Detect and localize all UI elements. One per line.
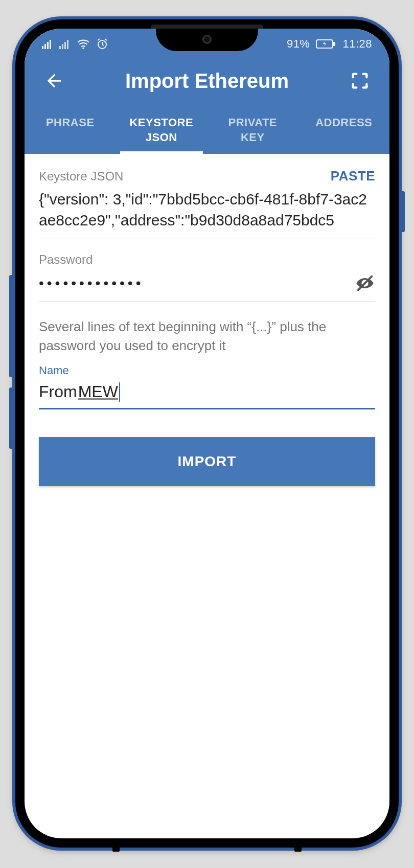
tab-bar: PHRASE KEYSTOREJSON PRIVATEKEY ADDRESS: [25, 108, 389, 154]
name-input[interactable]: From MEW: [39, 377, 375, 409]
svg-rect-2: [47, 42, 49, 49]
wifi-icon: [77, 39, 90, 49]
svg-rect-7: [67, 40, 68, 49]
password-input[interactable]: •••••••••••••: [39, 275, 349, 291]
signal2-icon: [59, 39, 71, 49]
tab-private-key[interactable]: PRIVATEKEY: [207, 108, 298, 154]
import-button[interactable]: IMPORT: [39, 437, 375, 486]
svg-rect-4: [59, 46, 61, 49]
battery-percent: 91%: [287, 37, 310, 51]
toggle-password-visibility-icon[interactable]: [355, 273, 375, 293]
tab-phrase[interactable]: PHRASE: [25, 108, 116, 154]
svg-rect-3: [50, 40, 51, 49]
signal-icon: [42, 39, 53, 49]
text-cursor: [119, 382, 120, 402]
svg-rect-1: [44, 44, 46, 49]
svg-rect-0: [42, 46, 43, 49]
page-title: Import Ethereum: [125, 70, 289, 93]
svg-point-8: [82, 47, 84, 49]
back-button[interactable]: [42, 68, 66, 93]
battery-icon: [316, 39, 336, 49]
content-area: Keystore JSON PASTE {"version": 3,"id":"…: [25, 154, 389, 486]
keystore-hint: Several lines of text beginning with “{.…: [39, 317, 375, 355]
keystore-label: Keystore JSON: [39, 169, 123, 184]
name-label: Name: [39, 364, 375, 377]
alarm-icon: [96, 38, 108, 50]
svg-rect-6: [64, 42, 66, 49]
tab-address[interactable]: ADDRESS: [298, 108, 390, 154]
status-time: 11:28: [342, 37, 372, 51]
paste-button[interactable]: PASTE: [331, 168, 375, 184]
scan-button[interactable]: [348, 68, 372, 93]
svg-rect-11: [333, 42, 335, 46]
svg-rect-5: [62, 44, 63, 49]
keystore-input[interactable]: {"version": 3,"id":"7bbd5bcc-cb6f-481f-8…: [39, 184, 375, 239]
password-label: Password: [39, 253, 375, 267]
tab-keystore-json[interactable]: KEYSTOREJSON: [116, 108, 208, 154]
